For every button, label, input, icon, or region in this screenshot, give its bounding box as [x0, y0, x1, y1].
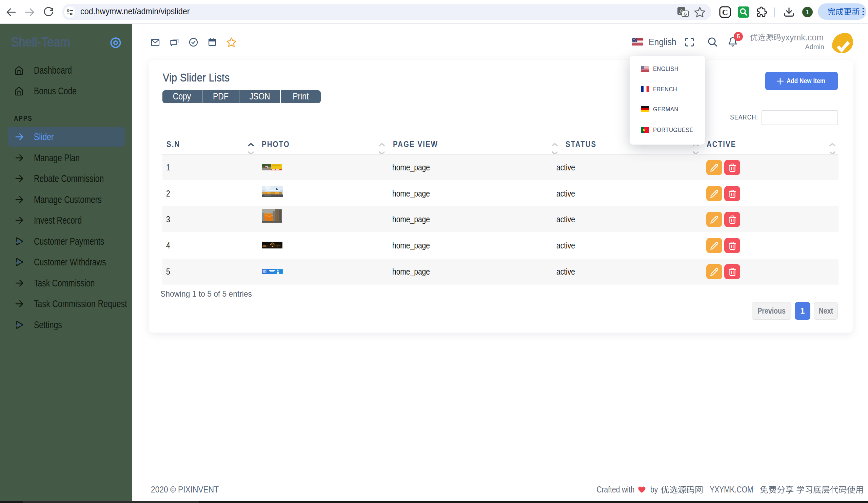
svg-text:G: G	[683, 11, 687, 17]
svg-text:C: C	[722, 8, 728, 17]
